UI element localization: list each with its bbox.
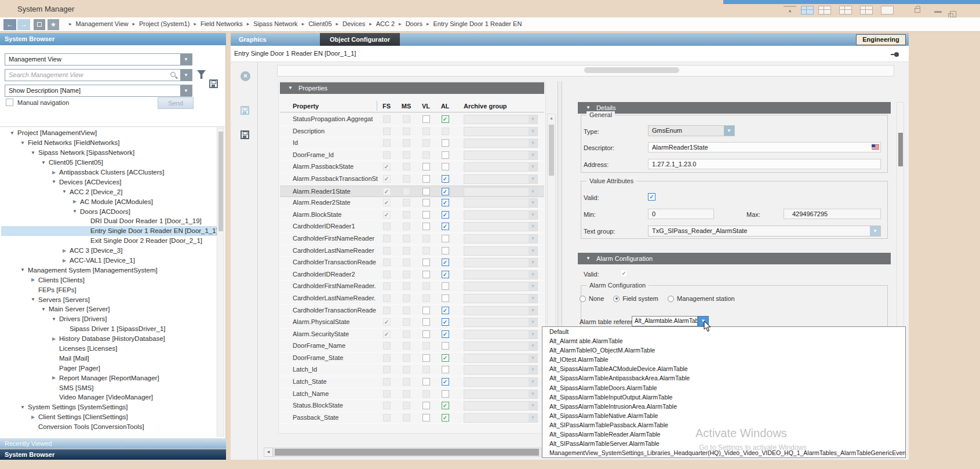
dropdown-option[interactable]: Alt_SipassAlarmTableACModuleDevice.Alarm… bbox=[542, 364, 905, 373]
al-checkbox[interactable] bbox=[442, 295, 449, 302]
type-select[interactable]: GmsEnum ▼ bbox=[648, 125, 735, 136]
search-input[interactable]: Search Management View ▼ bbox=[5, 69, 192, 81]
favorite-star-button[interactable]: ★ bbox=[48, 19, 59, 30]
al-checkbox[interactable] bbox=[442, 235, 449, 242]
al-checkbox[interactable]: ✓ bbox=[442, 175, 449, 183]
vl-checkbox[interactable] bbox=[422, 330, 430, 338]
dropdown-option[interactable]: Alt_SipassAlarmTableInputOutput.AlarmTab… bbox=[542, 392, 905, 402]
archive-group-select[interactable]: ▼ bbox=[464, 222, 538, 231]
layout-single-icon[interactable] bbox=[881, 6, 894, 14]
table-row[interactable]: CardholderTransactionReade✓▼ bbox=[280, 257, 544, 269]
al-checkbox[interactable]: ✓ bbox=[442, 307, 449, 314]
table-row[interactable]: Alarm.PassbackTransactionSt✓✓▼ bbox=[280, 173, 544, 186]
tree-item[interactable]: ▼Doors [ACDoors] bbox=[1, 206, 217, 216]
tree-item[interactable]: ▶AC Module [ACModules] bbox=[1, 197, 217, 206]
al-checkbox[interactable]: ✓ bbox=[442, 318, 449, 326]
al-checkbox[interactable]: ✓ bbox=[442, 259, 449, 266]
chevron-down-icon[interactable]: ▼ bbox=[180, 70, 192, 81]
save-search-icon[interactable] bbox=[209, 79, 218, 88]
tree-item[interactable]: Entry Single Door 1 Reader EN [Door_1_1] bbox=[1, 226, 217, 236]
table-row[interactable]: Id▼ bbox=[280, 137, 544, 150]
vl-checkbox[interactable] bbox=[422, 378, 430, 386]
expander-closed-icon[interactable]: ▶ bbox=[49, 170, 59, 175]
tree-item[interactable]: ▶ACC-VAL1 [Device_1] bbox=[1, 256, 217, 266]
table-row[interactable]: Alarm.PhysicalState✓✓▼ bbox=[280, 317, 544, 329]
recently-viewed-bar[interactable]: Recently Viewed bbox=[0, 438, 226, 449]
close-icon[interactable]: × bbox=[241, 71, 250, 81]
description-selector[interactable]: Show Description [Name] ▼ bbox=[5, 85, 192, 97]
dropdown-option[interactable]: Alt_SipassAlarmTableDoors.AlarmTable bbox=[542, 383, 905, 392]
al-checkbox[interactable] bbox=[442, 282, 449, 290]
minimize-button[interactable] bbox=[934, 11, 942, 13]
archive-group-select[interactable]: ▼ bbox=[464, 390, 538, 399]
alarm-config-section-header[interactable]: ▼ Alarm Configuration bbox=[578, 253, 891, 264]
min-field[interactable]: 0 bbox=[648, 209, 714, 219]
tree-item[interactable]: ▼Servers [Servers] bbox=[1, 295, 217, 304]
archive-group-select[interactable]: ▼ bbox=[464, 246, 538, 256]
dropdown-option[interactable]: Alt_Alarmt able.AlarmTable bbox=[542, 336, 905, 346]
pin-icon[interactable] bbox=[894, 52, 899, 57]
back-button[interactable]: ← bbox=[3, 19, 16, 30]
column-header-property[interactable]: Property bbox=[293, 103, 319, 110]
tree-scrollbar[interactable] bbox=[217, 128, 224, 437]
tree-item[interactable]: ▼Management System [ManagementSystem] bbox=[1, 265, 217, 275]
archive-group-select[interactable]: ▼ bbox=[464, 341, 538, 351]
scroll-up-icon[interactable]: ▲ bbox=[548, 114, 555, 122]
vl-checkbox[interactable] bbox=[422, 307, 430, 314]
column-header-fs[interactable]: FS bbox=[380, 103, 393, 110]
archive-group-select[interactable]: ▼ bbox=[464, 365, 538, 375]
chevron-down-icon[interactable]: ▼ bbox=[870, 226, 880, 236]
tree-item[interactable]: ▼Sipass Network [SipassNetwork] bbox=[1, 148, 217, 158]
layout-quad-icon[interactable] bbox=[860, 6, 873, 14]
al-checkbox[interactable]: ✓ bbox=[442, 402, 449, 409]
expander-open-icon[interactable]: ▼ bbox=[38, 307, 49, 312]
archive-group-select[interactable]: ▼ bbox=[464, 115, 538, 124]
properties-section-header[interactable]: ▼ Properties bbox=[280, 82, 544, 94]
chevron-down-icon[interactable]: ▼ bbox=[180, 54, 192, 65]
descriptor-field[interactable]: AlarmReader1State bbox=[648, 142, 881, 152]
expander-closed-icon[interactable]: ▶ bbox=[59, 248, 70, 253]
archive-group-select[interactable]: ▼ bbox=[464, 258, 538, 267]
table-row[interactable]: CardholderTransactionReade✓▼ bbox=[280, 305, 544, 317]
expander-closed-icon[interactable]: ▶ bbox=[49, 375, 59, 380]
fs-checkbox[interactable]: ✓ bbox=[383, 163, 391, 170]
archive-group-select[interactable]: ▼ bbox=[464, 377, 538, 387]
dropdown-option[interactable]: Alt_SipassAlarmTableIntrusionArea.AlarmT… bbox=[542, 402, 905, 411]
expander-open-icon[interactable]: ▼ bbox=[70, 209, 80, 214]
tree-item[interactable]: Conversion Tools [ConversionTools] bbox=[1, 422, 217, 432]
al-checkbox[interactable] bbox=[442, 390, 449, 398]
expander-open-icon[interactable]: ▼ bbox=[17, 267, 28, 272]
manual-navigation-checkbox[interactable] bbox=[6, 99, 13, 106]
scroll-left-icon[interactable]: ◄ bbox=[264, 448, 273, 457]
archive-group-select[interactable]: ▼ bbox=[464, 413, 538, 423]
table-row[interactable]: Alarm.Reader2State✓✓▼ bbox=[280, 197, 544, 209]
table-row[interactable]: DoorFrame_Id▼ bbox=[280, 150, 544, 162]
vl-checkbox[interactable] bbox=[422, 163, 430, 170]
al-checkbox[interactable]: ✓ bbox=[442, 354, 449, 362]
breadcrumb-item[interactable]: ACC 2 bbox=[376, 20, 395, 27]
tree-item[interactable]: DRI Dual Door Reader 1 [Door_1_19] bbox=[1, 216, 217, 226]
al-checkbox[interactable] bbox=[442, 163, 449, 170]
archive-group-select[interactable]: ▼ bbox=[464, 174, 538, 184]
text-group-select[interactable]: TxG_SIPass_Reader_AlarmState ▼ bbox=[648, 226, 881, 237]
column-header-vl[interactable]: VL bbox=[420, 103, 432, 110]
details-scrollbar-thumb[interactable] bbox=[898, 133, 903, 166]
send-button[interactable]: Send bbox=[158, 97, 194, 109]
fs-checkbox[interactable]: ✓ bbox=[383, 188, 391, 195]
valid-checkbox[interactable]: ✓ bbox=[648, 193, 655, 201]
breadcrumb-item[interactable]: Client05 bbox=[308, 20, 331, 27]
system-browser-bottom-bar[interactable]: System Browser bbox=[0, 449, 226, 460]
tree-item[interactable]: ▶Report Manager [ReportManager] bbox=[1, 373, 217, 383]
al-checkbox[interactable] bbox=[442, 139, 449, 147]
layout-grid-icon[interactable] bbox=[801, 6, 814, 14]
table-row[interactable]: Passback_State✓▼ bbox=[280, 412, 544, 424]
properties-scrollbar-thumb[interactable] bbox=[549, 125, 554, 176]
al-checkbox[interactable]: ✓ bbox=[442, 199, 449, 206]
alarm-valid-checkbox[interactable]: ✓ bbox=[620, 270, 628, 277]
vl-checkbox[interactable] bbox=[422, 175, 430, 183]
vl-checkbox[interactable] bbox=[422, 211, 430, 219]
system-browser-header[interactable]: System Browser bbox=[0, 33, 226, 45]
vl-checkbox[interactable] bbox=[422, 318, 430, 326]
expander-open-icon[interactable]: ▼ bbox=[59, 189, 70, 194]
vl-checkbox[interactable] bbox=[422, 199, 430, 206]
